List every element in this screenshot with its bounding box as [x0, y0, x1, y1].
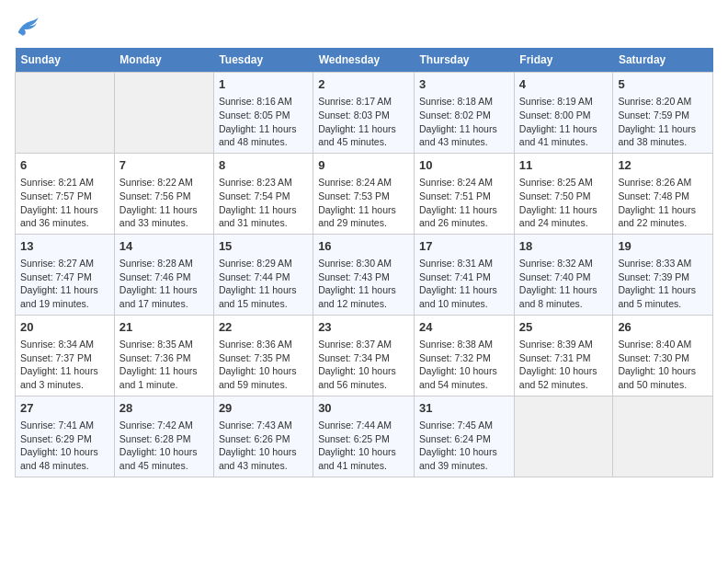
- day-info: Sunrise: 8:38 AM Sunset: 7:32 PM Dayligh…: [419, 338, 509, 392]
- day-cell: 20Sunrise: 8:34 AM Sunset: 7:37 PM Dayli…: [16, 315, 115, 396]
- day-cell: 2Sunrise: 8:17 AM Sunset: 8:03 PM Daylig…: [313, 73, 415, 154]
- day-number: 1: [219, 76, 308, 93]
- day-info: Sunrise: 8:40 AM Sunset: 7:30 PM Dayligh…: [618, 338, 708, 392]
- day-cell: 30Sunrise: 7:44 AM Sunset: 6:25 PM Dayli…: [313, 396, 415, 477]
- day-number: 4: [519, 76, 609, 93]
- header-cell-wednesday: Wednesday: [313, 48, 415, 73]
- day-number: 14: [119, 238, 209, 255]
- day-info: Sunrise: 8:24 AM Sunset: 7:51 PM Dayligh…: [419, 176, 509, 230]
- day-info: Sunrise: 8:39 AM Sunset: 7:31 PM Dayligh…: [519, 338, 609, 392]
- day-number: 16: [318, 238, 409, 255]
- day-cell: 12Sunrise: 8:26 AM Sunset: 7:48 PM Dayli…: [613, 153, 713, 234]
- day-info: Sunrise: 8:23 AM Sunset: 7:54 PM Dayligh…: [219, 176, 308, 230]
- day-cell: 23Sunrise: 8:37 AM Sunset: 7:34 PM Dayli…: [313, 315, 415, 396]
- day-info: Sunrise: 8:27 AM Sunset: 7:47 PM Dayligh…: [20, 257, 109, 311]
- day-info: Sunrise: 8:31 AM Sunset: 7:41 PM Dayligh…: [419, 257, 509, 311]
- day-number: 10: [419, 157, 509, 174]
- day-info: Sunrise: 8:32 AM Sunset: 7:40 PM Dayligh…: [519, 257, 609, 311]
- day-number: 22: [219, 319, 308, 336]
- day-number: 30: [318, 400, 409, 417]
- day-cell: 21Sunrise: 8:35 AM Sunset: 7:36 PM Dayli…: [114, 315, 213, 396]
- header-cell-monday: Monday: [114, 48, 213, 73]
- day-cell: 3Sunrise: 8:18 AM Sunset: 8:02 PM Daylig…: [415, 73, 515, 154]
- day-cell: [514, 396, 613, 477]
- day-cell: 26Sunrise: 8:40 AM Sunset: 7:30 PM Dayli…: [613, 315, 713, 396]
- day-number: 11: [519, 157, 609, 174]
- day-number: 23: [318, 319, 409, 336]
- header-row: SundayMondayTuesdayWednesdayThursdayFrid…: [16, 48, 713, 73]
- day-info: Sunrise: 8:19 AM Sunset: 8:00 PM Dayligh…: [519, 95, 609, 149]
- day-cell: 14Sunrise: 8:28 AM Sunset: 7:46 PM Dayli…: [114, 234, 213, 315]
- day-info: Sunrise: 7:45 AM Sunset: 6:24 PM Dayligh…: [419, 419, 509, 473]
- day-number: 13: [20, 238, 109, 255]
- day-number: 25: [519, 319, 609, 336]
- day-info: Sunrise: 8:17 AM Sunset: 8:03 PM Dayligh…: [318, 95, 409, 149]
- day-cell: [613, 396, 713, 477]
- day-cell: 9Sunrise: 8:24 AM Sunset: 7:53 PM Daylig…: [313, 153, 415, 234]
- day-number: 12: [618, 157, 708, 174]
- page-header: [15, 15, 713, 40]
- header-cell-saturday: Saturday: [613, 48, 713, 73]
- header-cell-thursday: Thursday: [415, 48, 515, 73]
- day-info: Sunrise: 7:42 AM Sunset: 6:28 PM Dayligh…: [119, 419, 209, 473]
- day-cell: 31Sunrise: 7:45 AM Sunset: 6:24 PM Dayli…: [415, 396, 515, 477]
- day-number: 29: [219, 400, 308, 417]
- day-cell: 22Sunrise: 8:36 AM Sunset: 7:35 PM Dayli…: [213, 315, 313, 396]
- day-info: Sunrise: 7:43 AM Sunset: 6:26 PM Dayligh…: [219, 419, 308, 473]
- day-info: Sunrise: 8:36 AM Sunset: 7:35 PM Dayligh…: [219, 338, 308, 392]
- day-info: Sunrise: 8:16 AM Sunset: 8:05 PM Dayligh…: [219, 95, 308, 149]
- day-cell: 4Sunrise: 8:19 AM Sunset: 8:00 PM Daylig…: [514, 73, 613, 154]
- day-cell: 19Sunrise: 8:33 AM Sunset: 7:39 PM Dayli…: [613, 234, 713, 315]
- day-number: 27: [20, 400, 109, 417]
- header-cell-friday: Friday: [514, 48, 613, 73]
- day-number: 15: [219, 238, 308, 255]
- day-info: Sunrise: 8:37 AM Sunset: 7:34 PM Dayligh…: [318, 338, 409, 392]
- day-number: 24: [419, 319, 509, 336]
- day-number: 2: [318, 76, 409, 93]
- day-number: 5: [618, 76, 708, 93]
- day-number: 3: [419, 76, 509, 93]
- day-info: Sunrise: 8:29 AM Sunset: 7:44 PM Dayligh…: [219, 257, 308, 311]
- day-cell: 7Sunrise: 8:22 AM Sunset: 7:56 PM Daylig…: [114, 153, 213, 234]
- week-row-5: 27Sunrise: 7:41 AM Sunset: 6:29 PM Dayli…: [16, 396, 713, 477]
- calendar-body: 1Sunrise: 8:16 AM Sunset: 8:05 PM Daylig…: [16, 73, 713, 477]
- header-cell-sunday: Sunday: [16, 48, 115, 73]
- day-cell: 15Sunrise: 8:29 AM Sunset: 7:44 PM Dayli…: [213, 234, 313, 315]
- day-number: 21: [119, 319, 209, 336]
- day-cell: 1Sunrise: 8:16 AM Sunset: 8:05 PM Daylig…: [213, 73, 313, 154]
- header-cell-tuesday: Tuesday: [213, 48, 313, 73]
- day-info: Sunrise: 8:35 AM Sunset: 7:36 PM Dayligh…: [119, 338, 209, 392]
- day-cell: 25Sunrise: 8:39 AM Sunset: 7:31 PM Dayli…: [514, 315, 613, 396]
- day-cell: [16, 73, 115, 154]
- week-row-4: 20Sunrise: 8:34 AM Sunset: 7:37 PM Dayli…: [16, 315, 713, 396]
- day-info: Sunrise: 8:18 AM Sunset: 8:02 PM Dayligh…: [419, 95, 509, 149]
- day-cell: 27Sunrise: 7:41 AM Sunset: 6:29 PM Dayli…: [16, 396, 115, 477]
- day-info: Sunrise: 8:22 AM Sunset: 7:56 PM Dayligh…: [119, 176, 209, 230]
- day-info: Sunrise: 8:20 AM Sunset: 7:59 PM Dayligh…: [618, 95, 708, 149]
- day-cell: [114, 73, 213, 154]
- day-cell: 8Sunrise: 8:23 AM Sunset: 7:54 PM Daylig…: [213, 153, 313, 234]
- day-number: 19: [618, 238, 708, 255]
- day-cell: 6Sunrise: 8:21 AM Sunset: 7:57 PM Daylig…: [16, 153, 115, 234]
- day-number: 7: [119, 157, 209, 174]
- day-cell: 28Sunrise: 7:42 AM Sunset: 6:28 PM Dayli…: [114, 396, 213, 477]
- day-info: Sunrise: 7:44 AM Sunset: 6:25 PM Dayligh…: [318, 419, 409, 473]
- calendar-header: SundayMondayTuesdayWednesdayThursdayFrid…: [16, 48, 713, 73]
- day-number: 9: [318, 157, 409, 174]
- day-info: Sunrise: 8:30 AM Sunset: 7:43 PM Dayligh…: [318, 257, 409, 311]
- logo-icon: [15, 15, 40, 40]
- day-number: 18: [519, 238, 609, 255]
- week-row-1: 1Sunrise: 8:16 AM Sunset: 8:05 PM Daylig…: [16, 73, 713, 154]
- day-cell: 18Sunrise: 8:32 AM Sunset: 7:40 PM Dayli…: [514, 234, 613, 315]
- logo: [15, 15, 44, 40]
- day-number: 28: [119, 400, 209, 417]
- day-cell: 13Sunrise: 8:27 AM Sunset: 7:47 PM Dayli…: [16, 234, 115, 315]
- calendar-table: SundayMondayTuesdayWednesdayThursdayFrid…: [15, 48, 713, 477]
- day-number: 26: [618, 319, 708, 336]
- day-number: 31: [419, 400, 509, 417]
- day-info: Sunrise: 8:28 AM Sunset: 7:46 PM Dayligh…: [119, 257, 209, 311]
- day-number: 20: [20, 319, 109, 336]
- week-row-3: 13Sunrise: 8:27 AM Sunset: 7:47 PM Dayli…: [16, 234, 713, 315]
- day-cell: 11Sunrise: 8:25 AM Sunset: 7:50 PM Dayli…: [514, 153, 613, 234]
- day-number: 8: [219, 157, 308, 174]
